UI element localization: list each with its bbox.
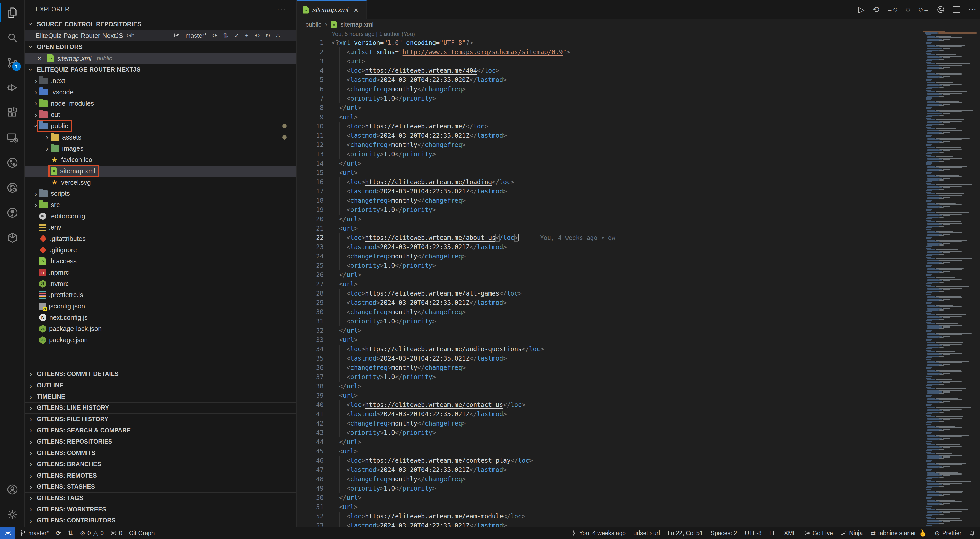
more-actions-icon[interactable]: ···	[286, 32, 292, 39]
section-open-editors[interactable]: › OPEN EDITORS	[24, 41, 296, 52]
section-source-control-repositories[interactable]: › SOURCE CONTROL REPOSITORIES	[24, 19, 296, 30]
status-ports[interactable]: 0	[110, 530, 122, 537]
create-branch-icon[interactable]: +	[245, 32, 249, 39]
status-go-live[interactable]: Go Live	[804, 530, 833, 537]
tree-item-.vscode[interactable]: ›.vscode	[24, 87, 296, 98]
tree-item-.editorconfig[interactable]: .editorconfig	[24, 211, 296, 222]
section-gitlens-remotes[interactable]: ›GITLENS: REMOTES	[24, 470, 296, 481]
tree-item-package-lock.json[interactable]: JSpackage-lock.json	[24, 323, 296, 334]
timeline-history-icon[interactable]: ⟲	[872, 5, 879, 14]
code-line-7[interactable]: 7 <priority>1.0</priority>	[297, 94, 922, 103]
previous-change-icon[interactable]: ←○	[887, 5, 898, 14]
tree-item-node_modules[interactable]: ›node_modules	[24, 98, 296, 109]
code-line-13[interactable]: 13 <priority>1.0</priority>	[297, 150, 922, 159]
status-blame[interactable]: You, 4 weeks ago	[571, 530, 626, 537]
open-git-graph-icon[interactable]	[937, 5, 945, 14]
git-graph-icon[interactable]	[0, 150, 24, 175]
code-line-18[interactable]: 18 <changefreq>monthly</changefreq>	[297, 196, 922, 205]
github-icon[interactable]	[0, 200, 24, 225]
status-sync-icon[interactable]: ⟳	[56, 529, 61, 537]
status-eol[interactable]: LF	[770, 530, 776, 537]
explorer-icon[interactable]	[0, 0, 24, 25]
code-line-34[interactable]: 34 <loc>https://eliteweb.wrteam.me/audio…	[297, 344, 922, 354]
breadcrumb-folder[interactable]: public	[305, 21, 321, 28]
sidebar-more-icon[interactable]: ···	[277, 5, 286, 14]
split-editor-icon[interactable]	[953, 6, 960, 13]
run-file-icon[interactable]: ▷	[859, 5, 865, 14]
refresh-icon[interactable]: ↻	[265, 32, 270, 39]
code-line-23[interactable]: 23 <lastmod>2024-03-20T04:22:35.021Z</la…	[297, 243, 922, 252]
tree-item-next.config.js[interactable]: Nnext.config.js	[24, 312, 296, 323]
code-line-20[interactable]: 20 </url>	[297, 214, 922, 224]
code-line-6[interactable]: 6 <changefreq>monthly</changefreq>	[297, 85, 922, 94]
code-line-27[interactable]: 27 <url>	[297, 279, 922, 289]
tree-item-src[interactable]: ›src	[24, 199, 296, 211]
tree-item-public[interactable]: ›public	[24, 120, 296, 132]
breadcrumb-file[interactable]: sitemap.xml	[340, 21, 373, 28]
status-cursor-position[interactable]: Ln 22, Col 51	[668, 530, 703, 537]
code-line-41[interactable]: 41 <lastmod>2024-03-20T04:22:35.021Z</la…	[297, 409, 922, 419]
status-language[interactable]: XML	[784, 530, 796, 537]
code-line-46[interactable]: 46 <loc>https://eliteweb.wrteam.me/conte…	[297, 456, 922, 465]
code-line-10[interactable]: 10 <loc>https://eliteweb.wrteam.me/</loc…	[297, 122, 922, 131]
extension-box-icon[interactable]	[0, 225, 24, 250]
remote-explorer-icon[interactable]	[0, 125, 24, 150]
code-line-28[interactable]: 28 <loc>https://eliteweb.wrteam.me/all-g…	[297, 289, 922, 298]
code-line-38[interactable]: 38 </url>	[297, 382, 922, 391]
code-line-12[interactable]: 12 <changefreq>monthly</changefreq>	[297, 140, 922, 150]
code-line-42[interactable]: 42 <changefreq>monthly</changefreq>	[297, 419, 922, 428]
tree-item-.prettierrc.js[interactable]: .prettierrc.js	[24, 289, 296, 301]
code-line-50[interactable]: 50 </url>	[297, 493, 922, 503]
code-line-36[interactable]: 36 <changefreq>monthly</changefreq>	[297, 363, 922, 373]
code-line-14[interactable]: 14 </url>	[297, 159, 922, 168]
tree-item-out[interactable]: ›out	[24, 109, 296, 120]
status-tabnine[interactable]: ⇄ tabnine starter ☝	[870, 529, 927, 537]
status-ninja[interactable]: Ninja	[841, 530, 862, 537]
code-line-9[interactable]: 9 <url>	[297, 113, 922, 122]
tree-item-.npmrc[interactable]: n.npmrc	[24, 267, 296, 278]
search-icon[interactable]	[0, 25, 24, 50]
remote-indicator[interactable]: ><	[0, 527, 15, 539]
code-line-29[interactable]: 29 <lastmod>2024-03-20T04:22:35.021Z</la…	[297, 298, 922, 308]
section-gitlens-search-compare[interactable]: ›GITLENS: SEARCH & COMPARE	[24, 425, 296, 436]
section-gitlens-stashes[interactable]: ›GITLENS: STASHES	[24, 481, 296, 492]
settings-gear-icon[interactable]	[0, 502, 24, 527]
code-line-30[interactable]: 30 <changefreq>monthly</changefreq>	[297, 308, 922, 317]
code-line-22[interactable]: 22 <loc>https://eliteweb.wrteam.me/about…	[297, 233, 922, 243]
code-line-52[interactable]: 52 <loc>https://eliteweb.wrteam.me/eam-m…	[297, 512, 922, 521]
section-outline[interactable]: ›OUTLINE	[24, 380, 296, 391]
tree-item-scripts[interactable]: ›scripts	[24, 188, 296, 199]
commit-check-icon[interactable]: ✓	[234, 32, 239, 39]
code-line-4[interactable]: 4 <loc>https://eliteweb.wrteam.me/404</l…	[297, 66, 922, 75]
sync-icon[interactable]: ⟳	[212, 32, 218, 39]
tree-item-sitemap.xml[interactable]: ‹›sitemap.xml	[24, 166, 296, 177]
section-project-root[interactable]: › ELITEQUIZ-PAGE-ROUTER-NEXTJS	[24, 64, 296, 75]
code-line-32[interactable]: 32 </url>	[297, 326, 922, 335]
compare-icon[interactable]: ⇅	[223, 32, 228, 39]
section-gitlens-branches[interactable]: ›GITLENS: BRANCHES	[24, 458, 296, 470]
status-compare-icon[interactable]: ⇅	[68, 529, 73, 537]
code-line-17[interactable]: 17 <lastmod>2024-03-20T04:22:35.021Z</la…	[297, 187, 922, 196]
minimap[interactable]	[922, 30, 980, 527]
history-icon[interactable]: ⟲	[255, 32, 259, 39]
tree-item-images[interactable]: ›images	[24, 143, 296, 154]
open-editor-item-sitemap[interactable]: × ‹› sitemap.xml public	[24, 52, 296, 64]
close-icon[interactable]: ×	[37, 54, 44, 62]
code-line-51[interactable]: 51 <url>	[297, 503, 922, 512]
status-prettier[interactable]: ⊘ Prettier	[935, 529, 961, 537]
tree-item-vercel.svg[interactable]: *vercel.svg	[24, 177, 296, 188]
code-line-21[interactable]: 21 <url>	[297, 224, 922, 233]
code-line-45[interactable]: 45 <url>	[297, 447, 922, 456]
code-line-15[interactable]: 15 <url>	[297, 168, 922, 178]
code-line-37[interactable]: 37 <priority>1.0</priority>	[297, 373, 922, 382]
code-line-24[interactable]: 24 <changefreq>monthly</changefreq>	[297, 252, 922, 261]
code-line-11[interactable]: 11 <lastmod>2024-03-20T04:22:35.021Z</la…	[297, 131, 922, 140]
tree-item-.htaccess[interactable]: ‹›.htaccess	[24, 255, 296, 267]
repo-row[interactable]: EliteQuiz-Page-Router-NextJS Git master*…	[24, 30, 296, 41]
code-line-26[interactable]: 26 </url>	[297, 270, 922, 279]
code-line-43[interactable]: 43 <priority>1.0</priority>	[297, 428, 922, 438]
code-line-31[interactable]: 31 <priority>1.0</priority>	[297, 317, 922, 326]
code-line-1[interactable]: 1<?xml version="1.0" encoding="UTF-8"?>	[297, 38, 922, 48]
more-actions-icon[interactable]: ⋯	[968, 5, 977, 14]
code-line-3[interactable]: 3 <url>	[297, 57, 922, 66]
